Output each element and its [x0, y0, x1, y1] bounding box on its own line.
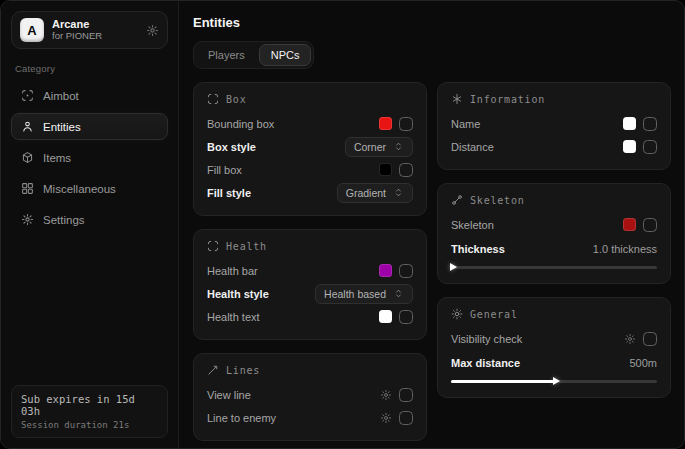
sidebar-item-label: Items [43, 152, 71, 164]
slider-value: 500m [629, 357, 657, 369]
slider-thumb[interactable] [553, 377, 560, 385]
color-swatch[interactable] [379, 310, 392, 323]
card-box: BoxBounding boxBox styleCornerFill boxFi… [193, 82, 427, 216]
dropdown-health-style[interactable]: Health based [315, 284, 413, 304]
row-settings-gear-icon[interactable] [380, 412, 392, 424]
card-header: Skeleton [451, 194, 657, 206]
color-swatch[interactable] [623, 218, 636, 231]
aimbot-crosshair-icon [21, 89, 34, 102]
card-header: Lines [207, 364, 413, 376]
row-settings-gear-icon[interactable] [380, 389, 392, 401]
slider-label: Thickness [451, 243, 505, 255]
row-name: Name [451, 112, 657, 135]
sidebar-item-entities[interactable]: Entities [11, 113, 168, 140]
tab-players[interactable]: Players [196, 44, 257, 66]
brand-card: A Arcane for PIONER [11, 11, 168, 49]
color-swatch[interactable] [379, 117, 392, 130]
row-line-to-enemy: Line to enemy [207, 406, 413, 429]
tab-npcs[interactable]: NPCs [259, 44, 312, 66]
slider-thickness[interactable] [451, 262, 657, 272]
row-settings-gear-icon[interactable] [624, 333, 636, 345]
row-controls [380, 411, 413, 425]
dropdown-value: Corner [354, 141, 386, 153]
sidebar-item-label: Entities [43, 121, 81, 133]
checkbox[interactable] [399, 117, 413, 131]
card-title: Health [226, 241, 267, 252]
sidebar-item-aimbot[interactable]: Aimbot [11, 82, 168, 109]
row-fill-box: Fill box [207, 158, 413, 181]
row-controls [379, 163, 413, 177]
viewfinder-icon [207, 93, 219, 105]
sidebar-nav: AimbotEntitiesItemsMiscellaneousSettings [11, 82, 168, 233]
checkbox[interactable] [399, 310, 413, 324]
unfold-icon [393, 141, 404, 152]
app-window: A Arcane for PIONER Category AimbotEntit… [0, 0, 685, 449]
checkbox[interactable] [643, 117, 657, 131]
unfold-icon [393, 187, 404, 198]
left-column: BoxBounding boxBox styleCornerFill boxFi… [193, 82, 427, 441]
slider-max-distance[interactable] [451, 376, 657, 386]
brand-subtitle: for PIONER [52, 31, 138, 42]
dropdown-value: Gradient [346, 187, 386, 199]
row-controls: Gradient [337, 183, 413, 203]
entities-person-icon [21, 120, 34, 133]
checkbox[interactable] [399, 411, 413, 425]
card-header: General [451, 308, 657, 320]
sun-icon [451, 308, 463, 320]
checkbox[interactable] [643, 332, 657, 346]
slider-track[interactable] [451, 266, 657, 269]
sidebar: A Arcane for PIONER Category AimbotEntit… [1, 1, 179, 448]
right-column: InformationNameDistanceSkeletonSkeletonT… [437, 82, 671, 398]
brand-text: Arcane for PIONER [52, 18, 138, 42]
row-bounding-box: Bounding box [207, 112, 413, 135]
card-header: Information [451, 93, 657, 105]
row-label: Bounding box [207, 118, 274, 130]
row-label: Skeleton [451, 219, 494, 231]
color-swatch[interactable] [623, 140, 636, 153]
dropdown-box-style[interactable]: Corner [345, 137, 413, 157]
dropdown-fill-style[interactable]: Gradient [337, 183, 413, 203]
row-label: Health bar [207, 265, 258, 277]
checkbox[interactable] [399, 264, 413, 278]
category-label: Category [15, 63, 164, 74]
row-box-style: Box styleCorner [207, 135, 413, 158]
unfold-icon [393, 288, 404, 299]
card-health: HealthHealth barHealth styleHealth based… [193, 229, 427, 340]
row-health-bar: Health bar [207, 259, 413, 282]
slider-value: 1.0 thickness [593, 243, 657, 255]
brand-logo: A [20, 18, 44, 42]
sidebar-item-items[interactable]: Items [11, 144, 168, 171]
sidebar-item-miscellaneous[interactable]: Miscellaneous [11, 175, 168, 202]
row-label: Box style [207, 141, 256, 153]
row-controls [623, 218, 657, 232]
slider-thumb[interactable] [450, 263, 457, 271]
checkbox[interactable] [643, 218, 657, 232]
sidebar-item-label: Miscellaneous [43, 183, 116, 195]
color-swatch[interactable] [379, 264, 392, 277]
row-max-distance: Max distance500m [451, 352, 657, 386]
row-label: Fill style [207, 187, 251, 199]
row-label: Distance [451, 141, 494, 153]
dropdown-value: Health based [324, 288, 386, 300]
row-health-text: Health text [207, 305, 413, 328]
card-header: Box [207, 93, 413, 105]
row-label: View line [207, 389, 251, 401]
color-swatch[interactable] [623, 117, 636, 130]
color-swatch[interactable] [379, 163, 392, 176]
sidebar-item-label: Aimbot [43, 90, 79, 102]
brand-name: Arcane [52, 18, 138, 31]
checkbox[interactable] [399, 388, 413, 402]
sidebar-item-settings[interactable]: Settings [11, 206, 168, 233]
tab-bar: PlayersNPCs [193, 41, 314, 69]
info-sparkle-icon [451, 93, 463, 105]
settings-gear-icon[interactable] [146, 24, 159, 37]
card-title: Box [226, 94, 246, 105]
row-label: Health text [207, 311, 260, 323]
card-skeleton: SkeletonSkeletonThickness1.0 thickness [437, 183, 671, 284]
slider-header: Max distance500m [451, 352, 657, 373]
row-controls [380, 388, 413, 402]
row-thickness: Thickness1.0 thickness [451, 238, 657, 272]
checkbox[interactable] [399, 163, 413, 177]
items-cube-icon [21, 151, 34, 164]
checkbox[interactable] [643, 140, 657, 154]
